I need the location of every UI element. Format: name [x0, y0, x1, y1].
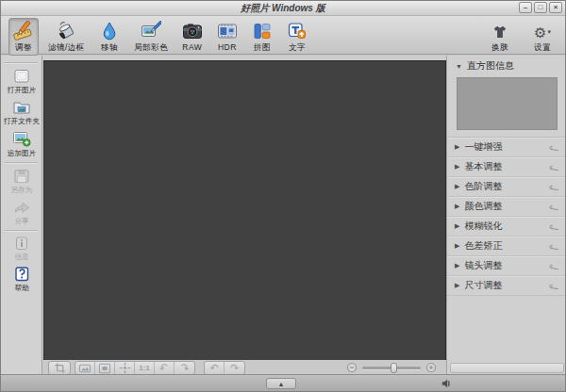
triangle-down-icon: ▼	[456, 63, 462, 70]
reset-icon[interactable]	[547, 242, 559, 251]
share-arrow-icon	[12, 200, 31, 215]
tool-adjust[interactable]: 调整	[8, 18, 39, 56]
titlebar: 好照片 Windows 版 – □ ×	[1, 1, 565, 16]
tool-label: 局部彩色	[134, 42, 168, 54]
histogram-display	[457, 77, 558, 130]
tool-label: 文字	[289, 42, 306, 54]
section-label: 色阶调整	[464, 180, 502, 193]
shirt-icon	[491, 23, 509, 41]
film-frames-icon	[217, 21, 238, 41]
section-levels-adjust[interactable]: ▶ 色阶调整	[447, 177, 566, 197]
redo-icon: ↷	[230, 363, 239, 373]
section-one-key-enhance[interactable]: ▶ 一键增强	[447, 138, 566, 157]
reset-icon[interactable]	[547, 222, 559, 231]
tool-label: RAW	[182, 42, 202, 52]
zoom-in-button[interactable]	[425, 362, 437, 373]
triangle-right-icon: ▶	[455, 163, 459, 171]
histogram-label: 直方图信息	[467, 59, 514, 73]
actual-size-button[interactable]	[115, 362, 135, 374]
window-title: 好照片 Windows 版	[241, 2, 325, 15]
section-lens-adjust[interactable]: ▶ 镜头调整	[447, 256, 566, 276]
divider	[5, 62, 38, 64]
settings-button[interactable]: ⚙ ▾ 设置	[529, 20, 556, 56]
crop-button[interactable]	[48, 361, 71, 375]
triangle-right-icon: ▶	[455, 282, 459, 289]
tool-tilt-shift[interactable]: 移轴	[94, 18, 125, 56]
paint-bucket-icon	[56, 21, 76, 41]
camera-icon	[182, 21, 203, 41]
tool-partial-color[interactable]: 局部彩色	[129, 18, 173, 56]
tool-filter-border[interactable]: 滤镜/边框	[43, 18, 90, 56]
sidebar-item-help[interactable]: 帮助	[1, 264, 42, 295]
tool-label: 拼图	[254, 42, 271, 54]
triangle-right-icon: ▶	[455, 222, 459, 230]
redo-button[interactable]: ↷	[225, 362, 244, 374]
sidebar-item-label: 另存为	[10, 185, 32, 194]
tool-tabs: 调整 滤镜/边框	[8, 18, 312, 56]
tool-label: 调整	[15, 42, 32, 54]
section-color-adjust[interactable]: ▶ 颜色调整	[447, 197, 566, 217]
section-label: 镜头调整	[464, 259, 502, 272]
zoom-out-button[interactable]	[346, 362, 358, 373]
tool-collage[interactable]: 拼图	[247, 18, 277, 56]
reset-icon[interactable]	[547, 143, 559, 152]
tool-label: HDR	[218, 42, 237, 52]
minimize-button[interactable]: –	[519, 2, 532, 13]
section-chromatic-correction[interactable]: ▶ 色差矫正	[447, 237, 566, 256]
change-skin-button[interactable]: 换肤	[486, 20, 514, 56]
maximize-button[interactable]: □	[534, 2, 547, 13]
ratio-label: 1:1	[139, 364, 150, 372]
toolbar-right: 换肤 ⚙ ▾ 设置	[486, 20, 556, 56]
tool-text[interactable]: 文字	[282, 18, 312, 56]
tool-raw[interactable]: RAW	[177, 18, 208, 54]
reset-icon[interactable]	[547, 262, 559, 270]
triangle-right-icon: ▶	[455, 262, 459, 270]
undo-button[interactable]: ↶	[205, 362, 225, 374]
main-toolbar: 调整 滤镜/边框	[1, 16, 565, 55]
gear-icon: ⚙	[534, 25, 546, 40]
bottom-bar: ▲	[1, 374, 565, 391]
sidebar-item-info[interactable]: 信息	[1, 234, 42, 264]
sidebar-item-share[interactable]: 分享	[1, 197, 42, 228]
canvas-area: 1:1 ↶ ↷ ↶ ↷	[43, 56, 446, 376]
section-label: 尺寸调整	[464, 279, 502, 292]
rotate-right-icon: ↷	[178, 362, 191, 375]
view-controls-group: 1:1 ↶ ↷	[75, 361, 195, 375]
reset-icon[interactable]	[547, 203, 559, 211]
water-drop-icon	[99, 21, 120, 41]
section-size-adjust[interactable]: ▶ 尺寸调整	[447, 276, 566, 296]
tool-hdr[interactable]: HDR	[212, 18, 242, 54]
open-image-icon	[12, 69, 31, 84]
zoom-slider-thumb[interactable]	[391, 363, 397, 373]
sidebar-item-open-image[interactable]: 打开图片	[1, 66, 42, 97]
sidebar-item-append-image[interactable]: 追加图片	[1, 128, 42, 160]
triangle-right-icon: ▶	[455, 203, 459, 210]
triangle-right-icon: ▶	[455, 143, 459, 151]
sidebar-item-save-as[interactable]: 另存为	[1, 166, 42, 197]
sidebar-item-label: 帮助	[14, 283, 28, 292]
fit-window-icon	[98, 363, 111, 374]
save-icon	[12, 169, 31, 184]
tool-label: 换肤	[491, 42, 508, 54]
left-sidebar: 打开图片 打开文件夹 追加图	[1, 56, 42, 376]
reset-icon[interactable]	[547, 282, 559, 290]
histogram-section-header[interactable]: ▼ 直方图信息	[447, 56, 566, 76]
ratio-1-1-button[interactable]: 1:1	[135, 362, 155, 374]
reset-icon[interactable]	[547, 163, 559, 172]
close-button[interactable]: ×	[549, 2, 562, 13]
rotate-right-button[interactable]: ↷	[175, 362, 194, 374]
fit-image-button[interactable]	[75, 362, 95, 374]
divider	[5, 162, 38, 164]
sidebar-item-label: 打开文件夹	[4, 116, 40, 125]
rotate-left-button[interactable]: ↶	[155, 362, 175, 374]
zoom-slider[interactable]	[362, 367, 421, 369]
section-basic-adjust[interactable]: ▶ 基本调整	[447, 157, 566, 177]
fit-window-button[interactable]	[95, 362, 115, 374]
speaker-icon[interactable]	[441, 379, 451, 388]
triangle-right-icon: ▶	[455, 183, 459, 190]
sidebar-item-open-folder[interactable]: 打开文件夹	[1, 97, 42, 128]
divider	[5, 230, 38, 232]
section-blur-sharpen[interactable]: ▶ 模糊锐化	[447, 217, 566, 237]
reset-icon[interactable]	[547, 183, 559, 191]
expand-filmstrip-button[interactable]: ▲	[266, 378, 296, 389]
